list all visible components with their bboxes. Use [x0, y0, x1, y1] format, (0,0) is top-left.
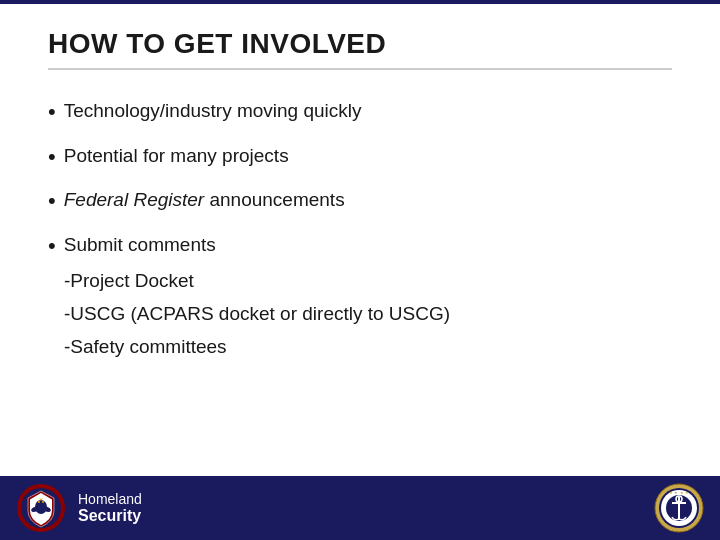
list-item: • Submit comments -Project Docket -USCG …: [48, 232, 672, 366]
list-item: -USCG (ACPARS docket or directly to USCG…: [48, 301, 450, 328]
bullet-dot: •: [48, 143, 56, 172]
dhs-shield-icon: [16, 483, 66, 533]
svg-text:★ ★ ★ ★: ★ ★ ★ ★: [669, 527, 688, 532]
bullet-dot: •: [48, 98, 56, 127]
footer-left: Homeland Security: [16, 483, 142, 533]
footer-text: Homeland Security: [78, 491, 142, 525]
svg-text:★ ★ ★ ★: ★ ★ ★ ★: [669, 490, 688, 495]
bullet-text-italic: Federal Register announcements: [64, 187, 672, 214]
list-item: -Safety committees: [48, 334, 450, 361]
svg-text:★: ★: [698, 506, 702, 511]
slide-container: HOW TO GET INVOLVED • Technology/industr…: [0, 0, 720, 540]
content-area: HOW TO GET INVOLVED • Technology/industr…: [0, 4, 720, 476]
bullet-dot: •: [48, 232, 56, 261]
svg-text:★: ★: [656, 506, 660, 511]
slide-title: HOW TO GET INVOLVED: [48, 28, 672, 70]
list-item: -Project Docket: [48, 268, 450, 295]
bullet-text: Potential for many projects: [64, 143, 672, 170]
italic-text: Federal Register: [64, 189, 204, 210]
sub-bullet-list: -Project Docket -USCG (ACPARS docket or …: [48, 268, 450, 366]
footer-org-line1: Homeland: [78, 491, 142, 507]
bullet-text: Submit comments: [64, 232, 216, 259]
list-item: • Technology/industry moving quickly: [48, 98, 672, 127]
list-item: • Federal Register announcements: [48, 187, 672, 216]
bullet-list: • Technology/industry moving quickly • P…: [48, 98, 672, 366]
footer-org-line2: Security: [78, 507, 142, 525]
bullet-text: Technology/industry moving quickly: [64, 98, 672, 125]
svg-point-7: [42, 501, 44, 503]
svg-point-6: [38, 501, 40, 503]
plain-text: announcements: [204, 189, 345, 210]
list-item: • Potential for many projects: [48, 143, 672, 172]
uscg-seal-icon: ★ ★ ★ ★ ★ ★ ★ ★ ★ ★: [654, 483, 704, 533]
footer: Homeland Security ★ ★ ★ ★ ★ ★ ★ ★ ★ ★: [0, 476, 720, 540]
bullet-dot: •: [48, 187, 56, 216]
